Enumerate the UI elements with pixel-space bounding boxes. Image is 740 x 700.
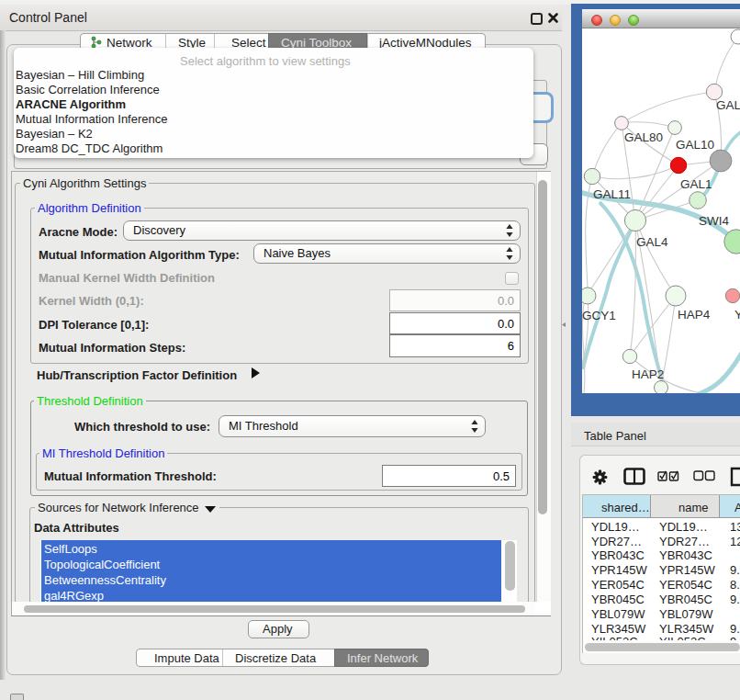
- svg-text:SWI4: SWI4: [699, 214, 729, 228]
- svg-text:GAL4: GAL4: [636, 235, 668, 249]
- svg-text:GCY1: GCY1: [582, 309, 616, 322]
- svg-text:GAL1: GAL1: [680, 177, 712, 191]
- svg-text:HAP4: HAP4: [678, 308, 711, 322]
- svg-text:GAL10: GAL10: [676, 138, 714, 152]
- svg-text:GAL11: GAL11: [593, 187, 631, 201]
- svg-text:GAL80: GAL80: [624, 130, 663, 144]
- svg-text:Y: Y: [734, 308, 740, 322]
- svg-text:GAL: GAL: [716, 98, 740, 112]
- svg-text:HAP2: HAP2: [632, 367, 664, 381]
